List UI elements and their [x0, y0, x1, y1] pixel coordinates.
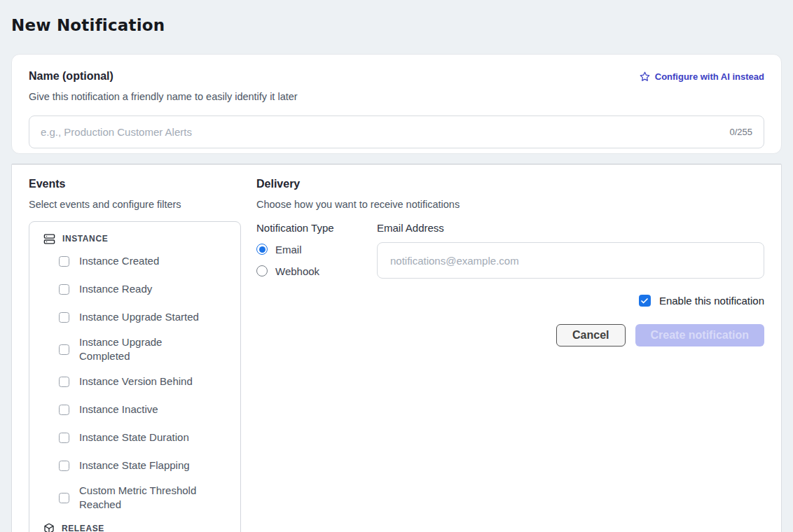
- event-row-instance-upgrade-started[interactable]: Instance Upgrade Started: [41, 303, 229, 331]
- event-row-instance-upgrade-completed[interactable]: Instance Upgrade Completed: [41, 331, 229, 368]
- package-icon: [43, 523, 55, 532]
- checkbox-icon[interactable]: [59, 433, 69, 443]
- action-buttons: Cancel Create notification: [256, 324, 764, 346]
- event-row-instance-state-duration[interactable]: Instance State Duration: [41, 424, 229, 451]
- checkbox-icon[interactable]: [59, 377, 69, 387]
- name-subtitle: Give this notification a friendly name t…: [29, 90, 764, 104]
- events-heading: Events: [29, 177, 241, 191]
- events-column: Events Select events and configure filte…: [29, 177, 241, 532]
- email-address-label: Email Address: [377, 221, 764, 235]
- event-row-custom-metric-threshold[interactable]: Custom Metric Threshold Reached: [41, 479, 229, 516]
- checkbox-icon[interactable]: [59, 405, 69, 415]
- event-row-instance-ready[interactable]: Instance Ready: [41, 275, 229, 303]
- delivery-column: Delivery Choose how you want to receive …: [256, 177, 764, 346]
- enable-notification-toggle[interactable]: Enable this notification: [256, 295, 764, 307]
- events-delivery-card: Events Select events and configure filte…: [11, 164, 782, 532]
- event-row-instance-created[interactable]: Instance Created: [41, 247, 229, 275]
- configure-ai-label: Configure with AI instead: [655, 71, 764, 82]
- group-release-label: RELEASE: [62, 524, 104, 532]
- delivery-subtitle: Choose how you want to receive notificat…: [256, 197, 764, 212]
- radio-email[interactable]: Email: [256, 241, 361, 258]
- check-icon: [640, 297, 649, 305]
- enable-notification-label: Enable this notification: [659, 295, 764, 307]
- email-input[interactable]: [377, 242, 764, 279]
- events-list-panel[interactable]: INSTANCE Instance Created Instance Ready…: [29, 221, 241, 532]
- checkbox-icon[interactable]: [59, 344, 69, 355]
- configure-ai-link[interactable]: Configure with AI instead: [640, 71, 764, 82]
- name-input-wrap: 0/255: [29, 115, 764, 148]
- event-row-instance-state-flapping[interactable]: Instance State Flapping: [41, 451, 229, 479]
- checked-checkbox-icon[interactable]: [639, 295, 651, 307]
- checkbox-icon[interactable]: [59, 256, 69, 267]
- group-release: RELEASE: [43, 520, 229, 532]
- notification-type-label: Notification Type: [256, 221, 361, 235]
- checkbox-icon[interactable]: [59, 461, 69, 471]
- page-title: New Notification: [0, 0, 793, 35]
- radio-unselected-icon: [256, 265, 268, 276]
- event-row-instance-inactive[interactable]: Instance Inactive: [41, 396, 229, 424]
- server-icon: [43, 233, 55, 245]
- event-row-instance-version-behind[interactable]: Instance Version Behind: [41, 368, 229, 396]
- checkbox-icon[interactable]: [59, 493, 69, 503]
- radio-webhook[interactable]: Webhook: [256, 262, 361, 279]
- checkbox-icon[interactable]: [59, 312, 69, 323]
- email-group: Email Address: [377, 221, 764, 279]
- new-notification-page: New Notification Name (optional) Configu…: [0, 0, 793, 532]
- name-input[interactable]: [41, 126, 721, 138]
- group-instance: INSTANCE: [43, 230, 229, 247]
- star-icon: [640, 71, 650, 82]
- name-heading: Name (optional): [29, 69, 113, 83]
- checkbox-icon[interactable]: [59, 284, 69, 295]
- cancel-button[interactable]: Cancel: [556, 324, 625, 346]
- radio-selected-icon: [256, 244, 268, 255]
- name-card: Name (optional) Configure with AI instea…: [11, 54, 782, 154]
- char-counter: 0/255: [729, 127, 752, 137]
- notification-type-group: Notification Type Email Webhook: [256, 221, 361, 279]
- delivery-heading: Delivery: [256, 177, 764, 191]
- events-subtitle: Select events and configure filters: [29, 197, 241, 212]
- group-instance-label: INSTANCE: [62, 234, 108, 244]
- create-notification-button[interactable]: Create notification: [635, 324, 764, 346]
